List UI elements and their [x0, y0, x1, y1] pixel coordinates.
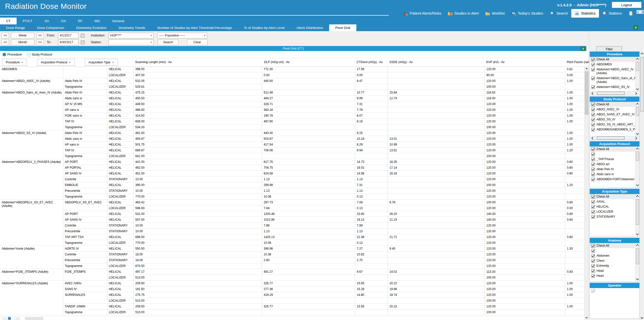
filter-item-abdomen-fort-abdomen[interactable]: ABDOMEN FORT/Abdomen — [590, 177, 635, 182]
checkbox-checked-icon[interactable] — [591, 108, 595, 111]
subtab-pivot-grid[interactable]: Pivot Grid — [329, 24, 356, 31]
nav-item-stations[interactable]: Stations — [599, 9, 625, 18]
excel-export-icon[interactable] — [581, 47, 585, 51]
filter-item-abdomen-abdo-sans-et-av-adulte-[interactable]: Abdomen^ABDO_Sans_et_Av (Adulte) — [590, 76, 635, 84]
filter-item-abdo-avec-iv[interactable]: ABDO_AVEC_IV — [590, 107, 635, 112]
subtab-dose-comparison[interactable]: Dose Comparison — [31, 24, 70, 31]
filter-item-abdo-sans-iv[interactable]: Abdo sans iv — [590, 172, 635, 177]
subtab-dose-range[interactable]: Dose Range — [0, 24, 31, 31]
scrollbar-thumb[interactable] — [636, 107, 639, 116]
checkbox-checked-icon[interactable] — [591, 264, 595, 268]
week-button[interactable]: Week — [11, 33, 34, 38]
subtab-number-of-studies-by-alert-threshold-percentage[interactable]: Number of Studies by Alert Threshold Per… — [151, 24, 238, 31]
scroll-down-icon[interactable] — [636, 232, 639, 235]
field-button-acquisition-type[interactable]: Acquisition Type▲ — [85, 59, 118, 66]
checkbox-checked-icon[interactable] — [591, 210, 595, 214]
filter-item-localizer[interactable]: LOCALIZER — [590, 209, 635, 214]
scrollbar-thumb[interactable] — [640, 57, 644, 112]
checkbox-checked-icon[interactable] — [591, 63, 595, 66]
scroll-right-icon[interactable] — [634, 137, 637, 140]
filter-item-check-all[interactable]: Check All — [590, 147, 635, 152]
month-button[interactable]: Month — [11, 39, 34, 45]
population-dropdown[interactable]: ----- Population ----- — [157, 33, 207, 38]
nav-item-reports[interactable] — [625, 9, 636, 18]
nav-scroll-arrows[interactable] — [636, 10, 643, 14]
panel-scrollbar[interactable] — [635, 194, 639, 236]
checkbox-checked-icon[interactable] — [591, 244, 595, 248]
scrollbar-thumb[interactable] — [585, 71, 589, 115]
nav-item-statistics[interactable]: Statistics — [571, 9, 599, 18]
scroll-up-icon[interactable] — [585, 68, 588, 69]
filter-item-axial[interactable]: AXIAL — [590, 199, 635, 204]
sidebar-scrollbar[interactable] — [640, 52, 644, 320]
scrollbar-thumb[interactable] — [597, 136, 625, 140]
tab-mg[interactable]: MG — [89, 18, 106, 24]
excel-export-icon[interactable] — [633, 25, 638, 30]
checkbox-checked-icon[interactable] — [591, 259, 595, 263]
checkbox-checked-icon[interactable] — [591, 173, 595, 176]
checkbox-checked-icon[interactable] — [591, 68, 595, 71]
scroll-up-icon[interactable] — [636, 244, 639, 247]
scrollbar-thumb[interactable] — [597, 92, 625, 95]
filter-item-abdo-ss-iv[interactable]: ABDO_SS_IV — [590, 117, 635, 122]
scrollbar-thumb[interactable] — [636, 248, 639, 264]
filter-item-stationary[interactable]: STATIONARY — [590, 214, 635, 219]
nav-item-search[interactable]: Search — [547, 9, 571, 18]
subtab--of-studies-by-alert-level[interactable]: % of Studies by Alert Level — [238, 24, 291, 31]
checkbox-checked-icon[interactable] — [591, 195, 595, 199]
checkbox-checked-icon[interactable] — [591, 274, 595, 278]
scroll-up-icon[interactable] — [636, 195, 639, 198]
institution-dropdown[interactable]: HOP**** — [108, 33, 154, 38]
filter-item-check-all[interactable]: Check All — [590, 243, 635, 248]
checkbox-checked-icon[interactable] — [591, 289, 595, 293]
filter-item-helical[interactable]: HELICAL — [590, 204, 635, 209]
filter-item-check-all[interactable]: Check All — [590, 57, 635, 62]
checkbox-checked-icon[interactable] — [591, 205, 595, 209]
filter-item--tap-thorax[interactable]: _TAP/Thorax — [590, 157, 635, 162]
tab-rf[interactable]: RF — [72, 18, 89, 24]
scroll-right-icon[interactable] — [634, 92, 637, 95]
checkbox-checked-icon[interactable] — [591, 118, 595, 121]
field-button-procedure[interactable]: Procedure▲ — [2, 59, 27, 66]
grid-vertical-scrollbar[interactable] — [584, 66, 589, 320]
checkbox-checked-icon[interactable] — [591, 254, 595, 258]
checkbox-checked-icon[interactable] — [591, 123, 595, 126]
filter-item-chest[interactable]: Chest — [590, 258, 635, 263]
tab-pt-ct[interactable]: PT/CT — [17, 18, 39, 24]
filter-item-abdomen-abdomen-3-pha[interactable]: ABDOMEN/ABDOMEN_3_PHA — [590, 127, 635, 132]
filter-item-check-all[interactable]: Check All — [590, 102, 635, 107]
nav-prev-icon[interactable] — [637, 11, 640, 13]
mode-radio-study-protocol[interactable]: Study Protocol — [27, 53, 52, 56]
checkbox-checked-icon[interactable] — [591, 58, 595, 61]
filter-item-extremity[interactable]: Extremity — [590, 263, 635, 268]
scroll-down-icon[interactable] — [636, 277, 639, 280]
scroll-down-icon[interactable] — [585, 317, 588, 319]
scroll-left-icon[interactable] — [591, 92, 594, 95]
checkbox-checked-icon[interactable] — [591, 85, 595, 89]
nav-item-studies-in-alert[interactable]: Studies in Alert — [444, 9, 482, 18]
scrollbar-thumb[interactable] — [636, 152, 639, 161]
nav-next-icon[interactable] — [640, 11, 643, 13]
filter-item-head[interactable]: Head — [590, 268, 635, 273]
panel-scrollbar[interactable] — [635, 147, 639, 187]
scroll-down-icon[interactable] — [640, 316, 643, 319]
from-date-input[interactable]: 4/1/2017 — [58, 33, 79, 38]
tab-xa[interactable]: XA — [39, 18, 55, 24]
nav-item-today-s-studies[interactable]: Today's Studies — [508, 9, 547, 18]
filter-tab[interactable]: Filter — [596, 46, 622, 52]
filter-item-heart[interactable]: Heart — [590, 273, 635, 278]
filter-item-check-all[interactable]: Check All — [590, 194, 635, 199]
panel-scrollbar[interactable] — [635, 102, 639, 136]
month-next-button[interactable]: >> — [36, 39, 44, 45]
panel-hscrollbar[interactable] — [590, 136, 639, 140]
month-prev-button[interactable]: << — [2, 39, 9, 45]
scroll-down-icon[interactable] — [636, 87, 639, 90]
checkbox-checked-icon[interactable] — [591, 178, 595, 181]
checkbox-checked-icon[interactable] — [591, 113, 595, 116]
checkbox-checked-icon[interactable] — [591, 103, 595, 106]
filter-item[interactable] — [590, 248, 635, 253]
from-calendar-icon[interactable] — [81, 33, 85, 38]
subtab-dosimetry-evolution[interactable]: Dosimetry Evolution — [70, 24, 112, 31]
tab-general[interactable]: General — [106, 18, 130, 24]
filter-item-abdomen-abdo-ss-iv[interactable]: Abdomen^ABDO_SS_IV — [590, 84, 635, 89]
